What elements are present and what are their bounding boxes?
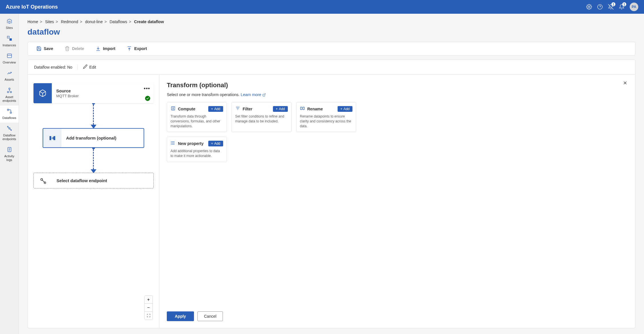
svg-rect-7 [7,54,11,57]
user-avatar[interactable]: PA [630,3,638,11]
export-label: Export [134,46,147,51]
dataflow-enabled-status: Dataflow enabled: No [34,65,72,69]
import-icon [96,46,101,51]
content-card: Dataflow enabled: No Edit [27,59,635,328]
svg-point-14 [10,112,11,114]
svg-point-47 [171,144,171,145]
svg-rect-41 [303,107,304,110]
breadcrumb-link[interactable]: Redmond [61,19,78,24]
help-icon[interactable] [597,4,603,10]
source-node-icon [33,83,52,103]
transform-node[interactable]: Add transform (optional) [43,128,144,148]
delete-icon [65,46,70,51]
zoom-in-button[interactable]: + [144,296,152,304]
zoom-controls: + − ⛶ [144,295,153,320]
compute-icon [171,106,176,112]
app-title: Azure IoT Operations [6,4,58,10]
more-icon[interactable]: ••• [144,86,150,92]
edit-label: Edit [89,65,96,69]
status-row: Dataflow enabled: No Edit [28,60,635,75]
transform-node-title: Add transform (optional) [66,136,139,140]
sidebar-item-instances[interactable]: Instances [0,33,19,50]
add-rename-button[interactable]: + Add [338,106,352,112]
rename-icon [300,106,305,112]
sidebar-label: Instances [3,43,16,47]
svg-line-18 [8,127,9,128]
zoom-out-button[interactable]: − [144,304,152,312]
compute-desc: Transform data through conversions, form… [171,114,223,128]
alerts-icon[interactable]: 1 [608,4,614,10]
svg-point-16 [7,126,8,127]
save-button[interactable]: Save [36,46,53,51]
add-compute-button[interactable]: + Add [208,106,223,112]
transform-cards: Compute + Add Transform data through con… [167,102,628,162]
dataflows-icon [7,108,12,115]
notifications-icon[interactable]: 1 [619,4,625,10]
add-new-property-button[interactable]: + Add [208,141,223,146]
source-node-title: Source [56,88,149,93]
svg-rect-30 [54,136,55,140]
fit-button[interactable]: ⛶ [144,312,152,320]
breadcrumb-link[interactable]: donut-line [85,19,103,24]
save-label: Save [44,46,53,51]
settings-icon[interactable] [586,4,592,10]
source-node-subtitle: MQTT Broker [56,94,149,98]
alerts-badge: 1 [611,2,615,6]
svg-rect-40 [300,107,302,110]
source-node[interactable]: Source MQTT Broker ••• [33,83,154,103]
svg-rect-6 [9,39,11,41]
svg-rect-32 [44,182,45,183]
sidebar-item-dataflows[interactable]: Dataflows [0,106,19,123]
svg-point-1 [598,5,603,9]
endpoint-node-title: Select dataflow endpoint [57,178,149,183]
sidebar-item-asset-endpoints[interactable]: Asset endpoints [0,85,19,106]
add-filter-button[interactable]: + Add [273,106,288,112]
status-ok-icon [145,96,150,101]
edit-button[interactable]: Edit [78,64,96,70]
panel-footer: Apply Cancel [167,311,628,321]
activity-logs-icon [7,147,12,153]
sidebar-item-overview[interactable]: Overview [0,50,19,67]
rename-title: Rename [307,107,323,111]
breadcrumb-link[interactable]: Home [27,19,38,24]
export-button[interactable]: Export [127,46,147,51]
breadcrumb: Home> Sites> Redmond> donut-line> Datafl… [27,19,635,24]
endpoint-node[interactable]: Select dataflow endpoint [33,173,154,188]
sidebar-label: Dataflows [2,116,16,120]
svg-rect-5 [7,36,9,38]
breadcrumb-link[interactable]: Dataflows [110,19,127,24]
export-icon [127,46,132,51]
header-actions: 1 1 PA [586,3,638,11]
delete-label: Delete [72,46,84,51]
svg-point-13 [7,109,9,111]
sidebar-label: Assets [5,78,14,81]
save-icon [36,46,41,51]
svg-line-19 [10,129,11,130]
transform-panel: Transform (optional) Select one or more … [159,75,635,328]
sidebar-item-assets[interactable]: Assets [0,67,19,84]
sidebar-item-dataflow-endpoints[interactable]: Dataflow endpoints [0,123,19,144]
instances-icon [7,35,12,42]
svg-point-9 [9,88,10,89]
sidebar-item-activity-logs[interactable]: Activity logs [0,144,19,165]
sidebar-item-sites[interactable]: Sites [0,15,19,33]
svg-point-11 [7,91,9,93]
breadcrumb-link[interactable]: Sites [45,19,54,24]
breadcrumb-current: Create dataflow [134,19,164,24]
svg-point-46 [171,143,171,143]
new-property-desc: Add additional properties to data to mak… [171,149,223,158]
apply-button[interactable]: Apply [167,311,194,321]
sidebar-label: Dataflow endpoints [1,134,17,141]
panel-subtitle: Select one or more transform operations.… [167,92,628,97]
close-icon[interactable] [623,80,628,87]
svg-line-35 [264,94,265,96]
connector [91,103,96,128]
learn-more-link[interactable]: Learn more [241,92,265,97]
cancel-button[interactable]: Cancel [197,311,223,321]
toolbar: Save Delete Import Export [27,42,635,55]
import-button[interactable]: Import [96,46,116,51]
filter-title: Filter [243,107,252,111]
new-property-icon [171,140,176,146]
svg-rect-4 [9,21,10,23]
new-property-card: New property + Add Add additional proper… [167,137,227,162]
